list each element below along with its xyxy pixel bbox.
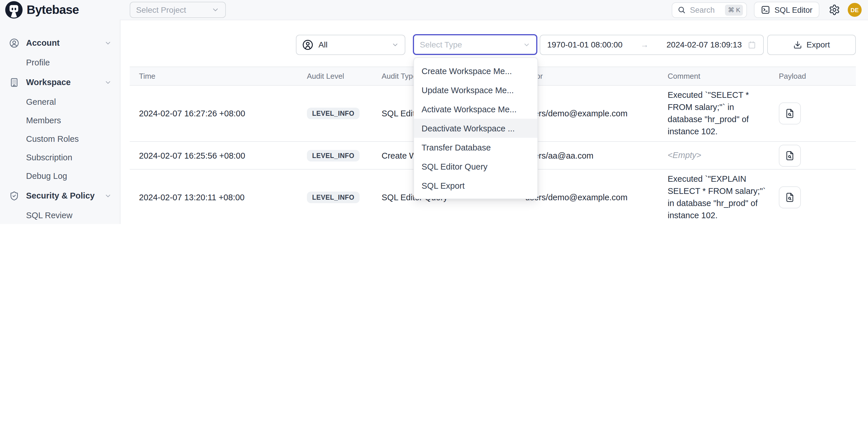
avatar[interactable]: DE bbox=[848, 3, 862, 17]
download-icon bbox=[793, 40, 802, 49]
level-badge: LEVEL_INFO bbox=[307, 108, 360, 119]
user-circle-icon bbox=[302, 39, 313, 50]
cell-comment: <Empty> bbox=[668, 146, 779, 165]
chevron-down-icon bbox=[104, 39, 112, 46]
actor-filter-select[interactable]: All bbox=[296, 34, 405, 55]
date-range-picker[interactable]: 1970-01-01 08:00:00 → 2024-02-07 18:09:1… bbox=[540, 34, 764, 55]
type-filter-menu: Create Workspace Me... Update Workspace … bbox=[413, 57, 538, 199]
sidebar: Account Profile Workspace General Member… bbox=[0, 20, 120, 224]
sidebar-item-debug-log[interactable]: Debug Log bbox=[0, 167, 120, 185]
menu-item-update-workspace-member[interactable]: Update Workspace Me... bbox=[414, 81, 537, 100]
view-payload-button[interactable] bbox=[779, 186, 801, 209]
search-placeholder: Search bbox=[690, 5, 715, 14]
bytebase-logo[interactable]: Bytebase bbox=[0, 1, 120, 19]
filter-bar: All Select Type 1970-01-01 08:00:00 → 20… bbox=[296, 34, 856, 55]
search-icon bbox=[678, 6, 686, 14]
sidebar-section-workspace[interactable]: Workspace bbox=[0, 72, 120, 93]
cell-level: LEVEL_INFO bbox=[307, 150, 381, 161]
view-payload-button[interactable] bbox=[779, 102, 801, 124]
view-payload-button[interactable] bbox=[779, 145, 801, 166]
cell-payload bbox=[779, 145, 856, 166]
chevron-down-icon bbox=[523, 41, 530, 48]
cell-comment: Executed `"EXPLAIN SELECT * FROM salary;… bbox=[668, 169, 779, 224]
sidebar-item-members[interactable]: Members bbox=[0, 111, 120, 130]
sidebar-item-custom-roles[interactable]: Custom Roles bbox=[0, 130, 120, 148]
chevron-down-icon bbox=[392, 41, 399, 48]
date-from-value: 1970-01-01 08:00:00 bbox=[547, 40, 622, 49]
terminal-icon bbox=[761, 5, 770, 14]
date-to-value: 2024-02-07 18:09:13 bbox=[666, 40, 742, 49]
type-filter-select[interactable]: Select Type bbox=[413, 34, 537, 55]
menu-item-sql-editor-query[interactable]: SQL Editor Query bbox=[414, 157, 537, 176]
column-header-payload: Payload bbox=[779, 72, 856, 81]
level-badge: LEVEL_INFO bbox=[307, 192, 360, 203]
calendar-icon bbox=[748, 40, 756, 49]
cell-time: 2024-02-07 16:25:56 +08:00 bbox=[139, 151, 307, 160]
building-icon bbox=[9, 77, 19, 87]
menu-item-activate-workspace-member[interactable]: Activate Workspace Me... bbox=[414, 100, 537, 119]
cell-level: LEVEL_INFO bbox=[307, 192, 381, 203]
sidebar-item-sql-review[interactable]: SQL Review bbox=[0, 206, 120, 224]
brand-name: Bytebase bbox=[27, 3, 79, 17]
search-shortcut-badge: ⌘ K bbox=[725, 4, 743, 15]
sidebar-section-security-policy[interactable]: Security & Policy bbox=[0, 185, 120, 206]
cell-level: LEVEL_INFO bbox=[307, 108, 381, 119]
chevron-down-icon bbox=[104, 192, 112, 199]
column-header-actor: Actor bbox=[525, 72, 668, 81]
sidebar-item-profile[interactable]: Profile bbox=[0, 53, 120, 72]
topbar: Bytebase Select Project Search ⌘ K SQL E… bbox=[0, 0, 868, 20]
sidebar-item-general[interactable]: General bbox=[0, 93, 120, 111]
main-content: All Select Type 1970-01-01 08:00:00 → 20… bbox=[121, 20, 868, 224]
sql-editor-label: SQL Editor bbox=[774, 5, 812, 14]
bytebase-app: Bytebase Select Project Search ⌘ K SQL E… bbox=[0, 0, 868, 224]
project-select-placeholder: Select Project bbox=[136, 5, 186, 14]
chevron-down-icon bbox=[211, 6, 219, 14]
cell-payload bbox=[779, 102, 856, 124]
cell-comment: Executed `"SELECT * FROM salary;"` in da… bbox=[668, 86, 779, 141]
menu-item-transfer-database[interactable]: Transfer Database bbox=[414, 138, 537, 157]
arrow-right-icon: → bbox=[622, 40, 666, 49]
sidebar-item-subscription[interactable]: Subscription bbox=[0, 148, 120, 167]
level-badge: LEVEL_INFO bbox=[307, 150, 360, 161]
cell-actor: users/aa@aa.com bbox=[525, 151, 668, 160]
column-header-time: Time bbox=[139, 72, 307, 81]
cell-time: 2024-02-07 16:27:26 +08:00 bbox=[139, 109, 307, 118]
topbar-divider bbox=[120, 20, 868, 20]
project-select[interactable]: Select Project bbox=[130, 2, 226, 18]
shield-check-icon bbox=[9, 191, 19, 200]
cell-actor: users/demo@example.com bbox=[525, 193, 668, 202]
topbar-actions: Search ⌘ K SQL Editor DE bbox=[672, 2, 868, 18]
column-header-audit-level: Audit Level bbox=[307, 72, 381, 81]
cell-time: 2024-02-07 13:20:11 +08:00 bbox=[139, 193, 307, 202]
menu-item-deactivate-workspace-member[interactable]: Deactivate Workspace ... bbox=[414, 119, 537, 138]
sidebar-section-account[interactable]: Account bbox=[0, 32, 120, 53]
actor-filter-value: All bbox=[318, 40, 328, 49]
cell-actor: users/demo@example.com bbox=[525, 109, 668, 118]
sql-editor-button[interactable]: SQL Editor bbox=[754, 2, 819, 18]
menu-item-create-workspace-member[interactable]: Create Workspace Me... bbox=[414, 61, 537, 81]
export-label: Export bbox=[807, 40, 830, 49]
user-circle-icon bbox=[9, 38, 19, 48]
type-filter-placeholder: Select Type bbox=[420, 40, 462, 49]
gear-icon[interactable] bbox=[829, 4, 840, 15]
search-input[interactable]: Search ⌘ K bbox=[672, 2, 747, 18]
column-header-comment: Comment bbox=[668, 72, 779, 81]
chevron-down-icon bbox=[104, 78, 112, 86]
cell-payload bbox=[779, 186, 856, 209]
menu-item-sql-export[interactable]: SQL Export bbox=[414, 176, 537, 195]
export-button[interactable]: Export bbox=[767, 34, 856, 55]
bytebase-logo-icon bbox=[5, 1, 23, 19]
